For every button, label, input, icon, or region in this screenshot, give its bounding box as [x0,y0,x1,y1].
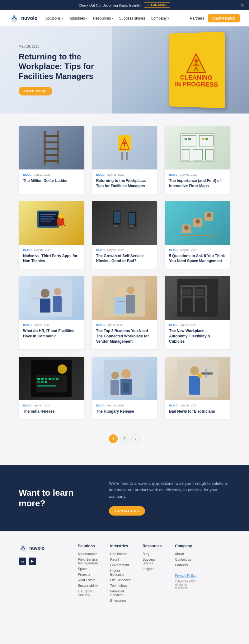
footer-link[interactable]: Life Sciences [110,578,133,582]
blog-card-body: BLOG Apr 28, 2020 What do HR, IT and Fac… [19,320,84,344]
blog-date: May 01, 2020 [107,248,125,252]
footer-link[interactable]: Sustainability [78,584,101,587]
cleaning-sign: CLEANING IN PROGRESS [169,32,225,108]
svg-rect-89 [45,381,47,383]
footer-industries-col: Industries Healthcare Retail Government … [110,544,133,604]
footer-link[interactable]: Technology [110,584,133,587]
nav-partners[interactable]: Partners [190,16,204,21]
couple-working-icon [104,279,145,317]
youtube-icon[interactable]: ▶ [29,558,36,565]
svg-point-55 [207,213,211,217]
footer-link[interactable]: Real Estate [78,578,101,582]
blog-tag: BLOG [96,404,105,407]
pagination: 1 2 › [19,431,230,452]
blog-card[interactable]: BLOG Jun 03, 2020 The Million Dollar Lad… [19,126,84,194]
svg-point-92 [121,369,131,378]
cta-title: Want to learn more? [19,488,96,508]
footer-link[interactable]: Retail [110,558,133,561]
footer-link[interactable]: OT Cyber Security [78,589,101,597]
blog-card-body: BLOG Apr 04, 2020 The India Release [19,400,84,419]
read-more-button[interactable]: READ MORE [19,87,52,95]
svg-rect-12 [44,141,59,143]
footer-company-col: Company About Contact us Partners Privac… [175,544,198,604]
svg-rect-90 [37,385,56,387]
blog-date: Jan 10, 2020 [180,404,196,407]
footer-link[interactable]: Field Service Management [78,558,101,565]
announcement-link[interactable]: LEARN MORE [144,2,170,8]
blog-meta: BLOG May 01, 2020 [169,248,226,252]
footer-link[interactable]: Space [78,567,101,571]
blog-meta: BLOG Feb 06, 2020 [96,404,153,407]
contact-us-button[interactable]: CONTACT US [109,506,145,516]
nav-resources[interactable]: Resources ▾ [93,16,113,21]
svg-rect-67 [126,295,135,313]
footer-link[interactable]: Healthcare [110,552,133,556]
blog-card[interactable]: BLOG Apr 10, 2020 The New Workplace – Au… [165,276,230,349]
blog-card[interactable]: BLOG May 01, 2020 The Growth of Self Ser… [92,201,157,269]
svg-rect-61 [53,296,62,312]
blog-title: The New Workplace – Autonomy, Flexibilit… [169,328,226,344]
blog-meta: BLOG May 01, 2020 [169,173,226,176]
footer-link[interactable]: Insights [143,567,166,571]
nav-industries[interactable]: Industries ▾ [69,16,87,21]
footer-link[interactable]: Projects [78,572,101,576]
footer-link[interactable]: Government [110,563,133,567]
blog-card[interactable]: BLOG Apr 04, 2020 The India Release [19,357,84,419]
footer-link[interactable]: Maintenance [78,552,101,556]
blog-card[interactable]: BLOG Apr 28, 2020 What do HR, IT and Fac… [19,276,84,349]
page-1-button[interactable]: 1 [109,434,118,443]
linkedin-icon[interactable]: in [19,558,26,565]
footer-logo-col: nuvolo in ▶ [19,544,68,604]
footer-link[interactable]: Higher Education [110,569,133,576]
logo-icon [9,13,19,23]
svg-point-58 [41,289,49,298]
page-next-button[interactable]: › [131,434,140,443]
svg-rect-99 [189,376,200,395]
blog-tag: BLOG [96,248,105,252]
svg-rect-49 [129,225,134,227]
view-demo-button[interactable]: VIEW A DEMO [208,14,240,22]
nav-company[interactable]: Company ▾ [151,16,169,21]
svg-rect-20 [121,152,123,160]
footer-link[interactable]: Enterprise [110,599,133,602]
svg-rect-88 [41,381,44,383]
blog-card[interactable]: BLOG May 01, 2020 The Importance (and Fu… [165,126,230,194]
footer-link[interactable]: Contact us [175,558,198,561]
blog-card[interactable]: BLOG May 01, 2020 5 Questions to Ask If … [165,201,230,269]
logo[interactable]: nuvolo [9,13,37,23]
footer: nuvolo in ▶ Solutions Maintenance Field … [0,531,249,614]
blog-card-image [165,276,230,320]
svg-rect-83 [45,378,47,380]
blog-card[interactable]: BLOG Jan 10, 2020 Bad News for Electrici… [165,357,230,419]
nav-success-stories[interactable]: Success stories [119,16,145,21]
svg-point-60 [54,288,61,295]
blog-card[interactable]: BLOG May 18, 2020 Returning to the Workp… [92,126,157,194]
blog-card[interactable]: BLOG Feb 06, 2020 The Hungary Release [92,357,157,419]
blog-title: What do HR, IT and Facilities Have in Co… [23,328,80,339]
svg-rect-70 [181,285,182,312]
blog-tag: BLOG [23,404,32,407]
blog-card[interactable]: BLOG May 01, 2020 Native vs. Third Party… [19,201,84,269]
page-2-button[interactable]: 2 [120,434,129,443]
footer-resources-list: Blog Success Stories Insights [143,552,166,571]
footer-logo[interactable]: nuvolo [19,544,68,553]
svg-rect-68 [118,301,135,302]
blog-card[interactable]: BLOG Apr 20, 2020 The Top 3 Reasons You … [92,276,157,349]
nav-solutions[interactable]: Solutions ▾ [45,16,63,21]
blog-title: The Top 3 Reasons You Need The Connected… [96,328,153,344]
footer-link[interactable]: Blog [143,552,166,556]
cleaning-sign-small-icon [112,132,137,163]
hero-content: May 18, 2020 Returning to the Workplace:… [19,44,118,95]
svg-rect-30 [202,138,204,140]
svg-rect-81 [37,378,40,380]
footer-link[interactable]: Success Stories [143,558,166,565]
footer-link[interactable]: Financial Services [110,589,133,597]
announcement-close[interactable]: ✕ [241,3,244,8]
hero-date: May 18, 2020 [19,44,118,48]
blog-card-image [165,126,230,169]
footer-link[interactable]: About [175,552,198,556]
footer-industries-heading: Industries [110,544,133,548]
privacy-policy-link[interactable]: Privacy Policy [175,574,196,577]
blog-date: May 18, 2020 [107,173,125,176]
footer-link[interactable]: Partners [175,563,198,567]
